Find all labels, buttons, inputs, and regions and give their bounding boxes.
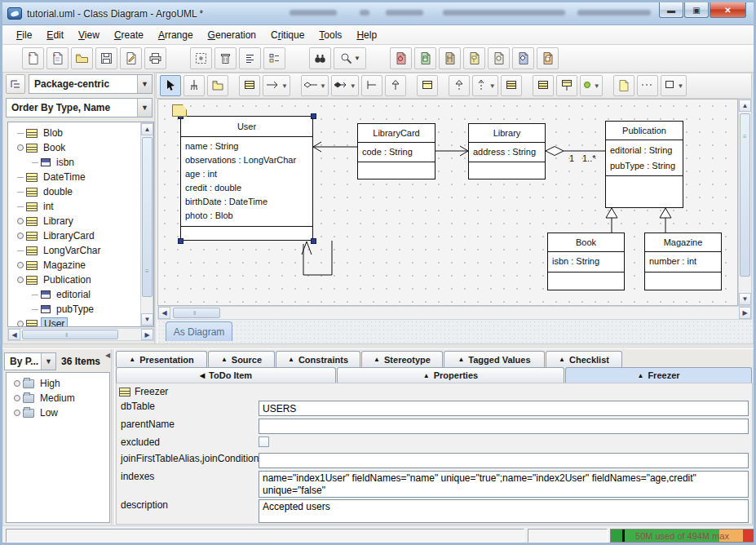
generalization-tool[interactable] <box>385 75 406 96</box>
tab-source[interactable]: ▲Source <box>208 351 275 367</box>
comment-tool[interactable]: ▼ <box>580 75 603 96</box>
scroll-up-icon[interactable]: ▲ <box>739 100 751 112</box>
open-project-button[interactable] <box>71 47 93 69</box>
class-librarycard[interactable]: LibraryCardcode : String <box>357 123 435 179</box>
tree-expander-icon[interactable] <box>11 395 23 401</box>
tree-item-int[interactable]: int <box>15 199 153 214</box>
aggregation-tool[interactable]: ▼ <box>301 75 329 96</box>
tree-item-datetime[interactable]: DateTime <box>15 170 153 184</box>
explorer-vscrollbar[interactable]: ▲ ▼ ≡ <box>140 122 153 326</box>
scroll-thumb[interactable]: ‖ <box>22 330 118 339</box>
sequence-diagram-button[interactable] <box>439 47 461 69</box>
parentname-field[interactable] <box>259 419 749 434</box>
tree-item-editorial[interactable]: editorial <box>15 287 153 302</box>
marquee-button[interactable] <box>190 47 212 69</box>
properties-grid-button[interactable] <box>263 47 285 69</box>
scroll-down-icon[interactable]: ▼ <box>739 293 751 305</box>
note-tool[interactable] <box>613 75 634 96</box>
tree-item-book[interactable]: Book <box>15 140 153 155</box>
class-book[interactable]: Bookisbn : String <box>547 233 625 290</box>
class-tool[interactable] <box>239 75 260 96</box>
title-bar[interactable]: tutorial.uml - Class Diagram - ArgoUML *… <box>2 2 754 25</box>
tree-item-high[interactable]: High <box>11 376 109 391</box>
close-button[interactable]: ✕ <box>710 2 746 18</box>
dbtable-field[interactable] <box>259 401 749 416</box>
page-setup-button[interactable] <box>120 47 142 69</box>
tree-item-magazine[interactable]: Magazine <box>15 258 153 272</box>
tree-item-pubtype[interactable]: pubType <box>15 302 153 317</box>
class-library[interactable]: Libraryaddress : String <box>468 123 546 179</box>
tree-item-longvarchar[interactable]: LongVarChar <box>15 243 153 258</box>
tab-presentation[interactable]: ▲Presentation <box>116 351 207 367</box>
tree-item-double[interactable]: double <box>15 184 153 199</box>
scroll-right-icon[interactable]: ▶ <box>141 329 153 340</box>
tree-expander-icon[interactable] <box>15 144 26 151</box>
realization-tool[interactable] <box>449 75 470 96</box>
perspective-configure-button[interactable] <box>6 74 25 94</box>
scroll-right-icon[interactable]: ▶ <box>739 307 751 319</box>
tree-expander-icon[interactable] <box>11 380 23 387</box>
statechart-diagram-button[interactable] <box>488 47 510 69</box>
menu-help[interactable]: Help <box>349 27 384 43</box>
scroll-left-icon[interactable]: ◀ <box>8 329 20 340</box>
class-user[interactable]: Username : Stringobservations : LongVarC… <box>180 116 313 241</box>
tree-item-blob[interactable]: Blob <box>15 126 153 140</box>
operation-tool[interactable] <box>533 75 554 96</box>
align-left-button[interactable] <box>239 47 261 69</box>
maximize-button[interactable]: ▣ <box>684 2 709 18</box>
main-horizontal-splitter[interactable] <box>2 343 756 349</box>
tree-expander-icon[interactable] <box>11 410 23 416</box>
tree-expander-icon[interactable] <box>15 262 26 268</box>
selection-handle[interactable] <box>178 238 183 244</box>
print-button[interactable] <box>144 47 166 69</box>
selection-handle[interactable] <box>311 238 316 244</box>
diagram-canvas[interactable]: Username : Stringobservations : LongVarC… <box>157 99 738 306</box>
canvas-hscrollbar[interactable]: ◀ ▶ ‖ <box>157 306 752 320</box>
tree-expander-icon[interactable] <box>15 218 26 224</box>
activity-diagram-button[interactable] <box>512 47 534 69</box>
dependency-tool[interactable]: ▼ <box>472 75 498 96</box>
tab-as-diagram[interactable]: As Diagram <box>166 321 232 341</box>
collaboration-diagram-button[interactable] <box>463 47 485 69</box>
tree-item-medium[interactable]: Medium <box>11 391 109 405</box>
order-by-combobox[interactable]: Order By Type, Name ▼ <box>6 98 153 117</box>
trash-button[interactable] <box>214 47 237 69</box>
indexes-field[interactable]: name="index1User" fieldNames="name" uniq… <box>259 471 749 498</box>
scroll-up-icon[interactable]: ▲ <box>141 123 153 135</box>
association-end-tool[interactable] <box>361 75 382 96</box>
tab-properties[interactable]: ▲Properties <box>337 367 564 383</box>
find-button[interactable] <box>309 47 331 69</box>
tree-item-isbn[interactable]: isbn <box>15 155 153 170</box>
menu-file[interactable]: File <box>9 27 39 43</box>
menu-tools[interactable]: Tools <box>312 27 349 43</box>
tree-item-library[interactable]: Library <box>15 214 153 228</box>
class-magazine[interactable]: Magazinenumber : int <box>644 233 722 290</box>
tree-item-librarycard[interactable]: LibraryCard <box>15 228 153 243</box>
scroll-left-icon[interactable]: ◀ <box>158 307 170 319</box>
tab-todo-item[interactable]: ◀ToDo Item <box>116 367 336 383</box>
select-tool[interactable] <box>160 75 181 96</box>
class-publication[interactable]: Publicationeditorial : StringpubType : S… <box>605 121 683 208</box>
tab-stereotype[interactable]: ▲Stereotype <box>361 351 443 367</box>
perspective-combobox[interactable]: Package-centric ▼ <box>29 74 153 94</box>
tree-item-publication[interactable]: Publication <box>15 272 153 287</box>
composition-tool[interactable]: ▼ <box>331 75 359 96</box>
tab-freezer[interactable]: ▲Freezer <box>565 367 752 383</box>
menu-edit[interactable]: Edit <box>39 27 71 43</box>
new-model-button[interactable]: * <box>46 47 69 69</box>
shape-tool[interactable]: ▼ <box>661 75 687 96</box>
tree-expander-icon[interactable] <box>15 321 26 327</box>
zoom-button[interactable]: ▼ <box>334 47 366 69</box>
menu-view[interactable]: View <box>71 27 107 43</box>
broom-tool[interactable] <box>183 75 205 96</box>
comment-link-tool[interactable] <box>637 75 658 96</box>
scroll-thumb[interactable]: ≡ <box>740 113 750 277</box>
joincondition-field[interactable] <box>259 453 749 468</box>
association-class-tool[interactable] <box>556 75 577 96</box>
association-tool[interactable]: ▼ <box>263 75 290 96</box>
menu-create[interactable]: Create <box>107 27 151 43</box>
menu-generation[interactable]: Generation <box>201 27 263 43</box>
menu-arrange[interactable]: Arrange <box>151 27 201 43</box>
menu-critique[interactable]: Critique <box>263 27 312 43</box>
memory-indicator[interactable]: 50M used of 494M max <box>610 529 754 543</box>
